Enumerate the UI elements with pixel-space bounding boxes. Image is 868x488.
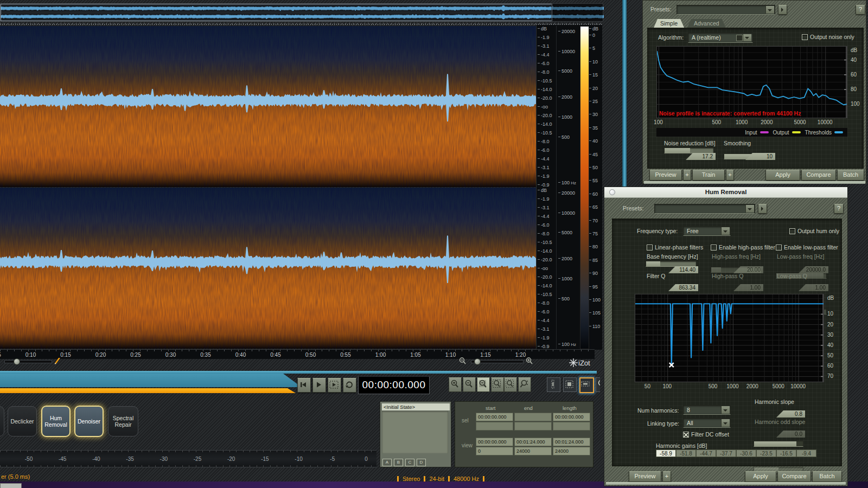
high-pass-q-value[interactable]: 1.00 xyxy=(733,284,763,291)
algorithm-dropdown[interactable]: A (realtime) xyxy=(688,33,753,43)
zoom-vertical-button[interactable] xyxy=(504,377,517,392)
enable-low-pass-row[interactable]: Enable low-pass filter xyxy=(776,244,838,251)
zoom-out-time-button[interactable] xyxy=(463,377,476,392)
output-noise-only-checkbox-row[interactable]: Output noise only xyxy=(802,34,854,40)
zoom-out-icon[interactable] xyxy=(458,357,467,365)
harmonic-gain-cell[interactable]: -58.9 xyxy=(656,450,676,457)
linking-type-dropdown[interactable]: All xyxy=(683,418,731,428)
harmonic-gain-cell[interactable]: -30.6 xyxy=(736,450,756,457)
noise-reduction-value[interactable]: 17.2 xyxy=(686,153,716,160)
enable-high-pass-row[interactable]: Enable high-pass filter xyxy=(711,244,775,251)
history-item-selected[interactable]: <Initial State> xyxy=(382,403,450,410)
module-hum-removal[interactable]: Hum Removal xyxy=(41,406,71,437)
denoiser-help-button[interactable]: ? xyxy=(856,5,865,15)
harmonic-gain-cell[interactable]: -37.7 xyxy=(716,450,736,457)
time-ruler[interactable]: 0:050:100:150:200:250:300:350:400:450:50… xyxy=(0,349,595,359)
selection-table-cell[interactable]: 0 xyxy=(476,447,513,455)
overview-strip[interactable] xyxy=(0,3,603,22)
linear-phase-checkbox[interactable] xyxy=(647,245,653,251)
denoiser-batch-button[interactable]: Batch xyxy=(837,170,864,181)
timecode-display[interactable]: 00:00:00.000 xyxy=(358,376,430,394)
vzoom-knob[interactable] xyxy=(14,358,20,365)
selection-table-cell[interactable]: 24000 xyxy=(514,447,552,455)
base-frequency-value[interactable]: 114.40 xyxy=(668,266,698,273)
hum-preview-plus-button[interactable]: + xyxy=(662,471,671,482)
hum-presets-dropdown[interactable] xyxy=(654,204,755,214)
module-denoiser[interactable]: Denoiser xyxy=(74,406,104,437)
overview-selection[interactable] xyxy=(1,4,552,21)
denoiser-train-plus-button[interactable]: + xyxy=(726,170,734,181)
selection-table-cell[interactable] xyxy=(553,422,590,431)
module-button-cut[interactable] xyxy=(0,406,4,436)
noise-profile-graph[interactable]: Noise profile is inaccurate: converted f… xyxy=(656,46,847,118)
harmonic-gain-cell[interactable]: -9.4 xyxy=(796,450,816,457)
spectrogram-channel-left[interactable] xyxy=(0,26,537,187)
denoiser-preview-button[interactable]: Preview xyxy=(649,170,682,181)
go-to-start-button[interactable] xyxy=(297,378,311,393)
filter-dc-offset-checkbox[interactable] xyxy=(683,432,689,438)
harmonic-slope-value[interactable]: 0.8 xyxy=(776,410,805,418)
hum-filter-graph[interactable] xyxy=(635,294,824,382)
selection-table-cell[interactable]: 00:00:00.000 xyxy=(476,413,513,421)
history-slot-b[interactable]: B xyxy=(394,459,403,466)
harmonic-gain-cell[interactable]: -16.5 xyxy=(776,450,796,457)
harmonic-gain-cell[interactable]: -51.8 xyxy=(676,450,696,457)
loop-playback-button[interactable] xyxy=(343,378,356,393)
hum-presets-menu-button[interactable] xyxy=(758,204,767,214)
frequency-type-dropdown[interactable]: Free xyxy=(683,226,731,236)
selection-table-cell[interactable]: 00:01:24.000 xyxy=(553,438,590,446)
zoom-custom-button[interactable] xyxy=(518,377,531,392)
presets-dropdown-arrow-icon[interactable] xyxy=(765,6,774,14)
denoiser-presets-dropdown[interactable] xyxy=(676,5,775,15)
select-frequency-mode-button[interactable] xyxy=(579,377,594,393)
frequency-type-arrow-icon[interactable] xyxy=(721,227,730,235)
selection-table-cell[interactable] xyxy=(514,422,552,431)
history-list[interactable] xyxy=(382,411,448,453)
hum-help-button[interactable]: ? xyxy=(834,204,844,214)
selection-table-cell[interactable]: 00:01:24.000 xyxy=(514,438,552,446)
denoiser-tab-advanced[interactable]: Advanced xyxy=(687,19,726,28)
low-pass-q-value[interactable]: 1.00 xyxy=(799,284,828,291)
denoiser-apply-button[interactable]: Apply xyxy=(765,170,800,181)
select-time-frequency-mode-button[interactable] xyxy=(563,377,577,392)
linear-phase-row[interactable]: Linear-phase filters xyxy=(647,244,703,251)
base-frequency-slider[interactable] xyxy=(646,261,697,267)
zoom-fit-button[interactable] xyxy=(477,377,490,392)
hum-compare-button[interactable]: Compare xyxy=(777,471,811,482)
selection-table-cell[interactable] xyxy=(514,413,552,421)
enable-high-pass-checkbox[interactable] xyxy=(711,245,717,251)
module-spectral-repair[interactable]: Spectral Repair xyxy=(108,406,138,436)
hzoom-knob[interactable] xyxy=(474,358,481,365)
play-button[interactable] xyxy=(312,378,326,393)
num-harmonics-arrow-icon[interactable] xyxy=(721,406,730,414)
noise-reduction-slider[interactable] xyxy=(664,147,714,153)
selection-table-cell[interactable]: 00:00:00.000 xyxy=(553,413,590,421)
wave-vzoom-slider[interactable] xyxy=(4,360,52,363)
selection-table-cell[interactable] xyxy=(476,422,513,431)
hum-batch-button[interactable]: Batch xyxy=(812,471,842,482)
num-harmonics-dropdown[interactable]: 8 xyxy=(683,405,731,415)
zoom-in-time-button[interactable] xyxy=(449,377,462,392)
hum-title-bar[interactable]: Hum Removal xyxy=(604,187,847,198)
harmonic-gain-cell[interactable]: -23.5 xyxy=(756,450,776,457)
hum-presets-dropdown-arrow-icon[interactable] xyxy=(745,205,754,213)
filter-q-value[interactable]: 863.34 xyxy=(668,284,698,291)
zoom-in-icon[interactable] xyxy=(525,357,534,365)
history-slot-c[interactable]: C xyxy=(405,459,414,466)
select-time-mode-button[interactable] xyxy=(547,377,560,392)
history-slot-d[interactable]: D xyxy=(417,459,426,466)
history-slot-a[interactable]: A xyxy=(382,459,392,466)
selection-table-cell[interactable]: 24000 xyxy=(553,447,590,455)
magnify-tool-button[interactable] xyxy=(596,377,600,392)
zoom-selection-button[interactable] xyxy=(491,377,504,392)
linking-type-arrow-icon[interactable] xyxy=(721,419,730,427)
filter-dc-offset-row[interactable]: Filter DC offset xyxy=(683,431,729,438)
denoiser-preview-plus-button[interactable]: + xyxy=(683,170,691,181)
pencil-icon[interactable] xyxy=(53,357,62,364)
denoiser-tab-simple[interactable]: Simple xyxy=(654,19,684,28)
harmonic-odd-slope-value[interactable]: 0.0 xyxy=(776,431,805,438)
denoiser-compare-button[interactable]: Compare xyxy=(801,170,836,181)
output-noise-only-checkbox[interactable] xyxy=(802,34,808,40)
harmonic-slope-slider[interactable] xyxy=(754,441,803,447)
hum-apply-button[interactable]: Apply xyxy=(745,471,776,482)
